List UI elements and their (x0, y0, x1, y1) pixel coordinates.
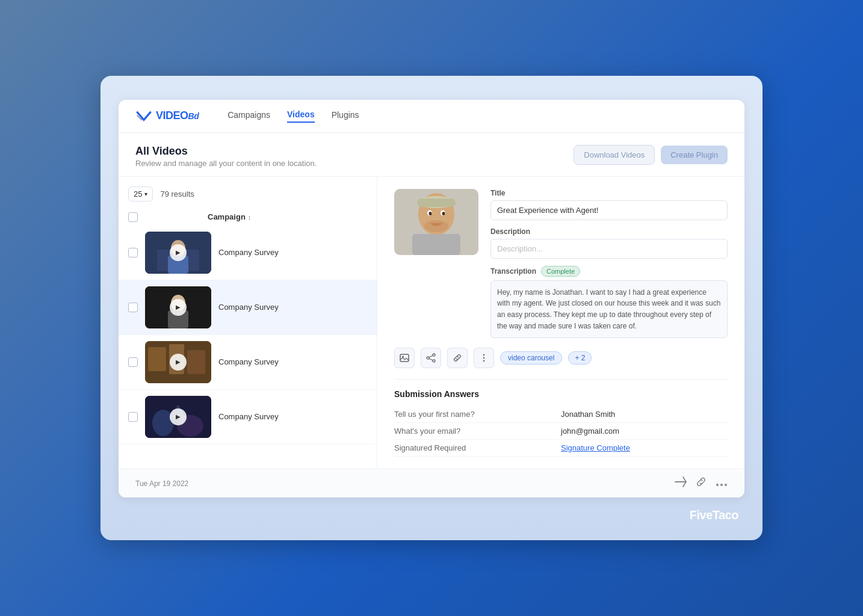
image-icon-btn[interactable] (394, 348, 415, 368)
svg-rect-18 (417, 199, 456, 207)
svg-point-32 (483, 354, 485, 356)
page-header: All Videos Review and manage all your co… (119, 133, 744, 177)
svg-rect-10 (187, 350, 205, 374)
svg-point-29 (433, 360, 435, 362)
svg-point-28 (427, 357, 429, 359)
page-title-block: All Videos Review and manage all your co… (135, 145, 317, 168)
svg-rect-8 (148, 347, 166, 371)
create-plugin-button[interactable]: Create Plugin (661, 146, 728, 164)
video-thumbnail-3: ▶ (145, 341, 211, 383)
play-button-3[interactable]: ▶ (170, 354, 187, 371)
submission-row: Tell us your first name? Jonathan Smith (394, 406, 728, 423)
svg-rect-25 (400, 354, 409, 362)
nav-bar: VIDEOBd Campaigns Videos Plugins (119, 100, 744, 133)
more-tags[interactable]: + 2 (568, 351, 592, 365)
share-bottom-icon[interactable] (675, 476, 687, 490)
video-item[interactable]: ▶ Company Survey (119, 390, 377, 445)
detail-top: Title Description Transcription Complete… (394, 189, 728, 338)
svg-point-37 (725, 484, 727, 486)
svg-point-33 (483, 357, 485, 359)
logo: VIDEOBd (135, 109, 199, 122)
video-thumbnail-2: ▶ (145, 286, 211, 328)
description-input[interactable] (490, 239, 728, 259)
date-text: Tue Apr 19 2022 (135, 479, 188, 488)
submission-title: Submission Answers (394, 389, 728, 399)
video-checkbox-1[interactable] (128, 248, 138, 257)
submission-answer-0: Jonathan Smith (561, 410, 728, 419)
video-item[interactable]: ▶ Company Survey (119, 280, 377, 335)
play-button-2[interactable]: ▶ (170, 299, 187, 316)
more-bottom-icon[interactable] (716, 478, 728, 490)
description-label: Description (490, 227, 728, 236)
nav-links: Campaigns Videos Plugins (227, 109, 359, 123)
submission-answer-1: john@gmail.com (561, 427, 728, 436)
video-label-1: Company Survey (218, 248, 279, 257)
campaign-column-header[interactable]: Campaign ↕ (208, 212, 251, 221)
list-header-row: Campaign ↕ (119, 209, 377, 226)
submission-question-2: Signatured Required (394, 443, 561, 452)
svg-rect-23 (412, 234, 460, 255)
svg-line-31 (429, 359, 433, 360)
svg-point-27 (433, 354, 435, 356)
page-title: All Videos (135, 145, 317, 158)
video-preview (394, 189, 478, 255)
bottom-actions (675, 476, 728, 490)
play-button-1[interactable]: ▶ (170, 244, 187, 261)
svg-line-30 (429, 356, 433, 357)
main-content: 25 ▾ 79 results Campaign ↕ (119, 177, 744, 469)
page-subtitle: Review and manage all your content in on… (135, 159, 317, 168)
submission-question-1: What's your email? (394, 427, 561, 436)
video-label-2: Company Survey (218, 303, 279, 312)
svg-point-24 (424, 220, 448, 232)
video-thumbnail-4: ▶ (145, 396, 211, 438)
svg-point-21 (429, 212, 432, 215)
action-icons-row: video carousel + 2 (394, 348, 728, 368)
video-thumbnail-1: ▶ (145, 232, 211, 274)
svg-point-35 (716, 484, 719, 486)
video-item[interactable]: ▶ Company Survey (119, 335, 377, 390)
nav-plugins[interactable]: Plugins (332, 110, 359, 122)
results-count: 79 results (160, 189, 194, 199)
video-checkbox-2[interactable] (128, 303, 138, 312)
video-carousel-tag[interactable]: video carousel (500, 351, 562, 365)
select-all-checkbox[interactable] (128, 212, 138, 222)
link-bottom-icon[interactable] (695, 476, 707, 490)
video-item[interactable]: ▶ Company Survey (119, 226, 377, 280)
play-button-4[interactable]: ▶ (170, 408, 187, 425)
logo-text: VIDEOBd (156, 109, 199, 122)
video-checkbox-4[interactable] (128, 412, 138, 422)
submission-row: Signatured Required Signature Complete (394, 440, 728, 457)
title-input[interactable] (490, 200, 728, 220)
list-controls: 25 ▾ 79 results (119, 186, 377, 209)
title-label: Title (490, 189, 728, 197)
form-side: Title Description Transcription Complete… (490, 189, 728, 338)
bottom-bar: Tue Apr 19 2022 (119, 469, 744, 497)
video-label-4: Company Survey (218, 412, 279, 421)
per-page-select[interactable]: 25 ▾ (128, 186, 153, 202)
video-checkbox-3[interactable] (128, 357, 138, 367)
svg-point-36 (720, 484, 723, 486)
submission-answer-2[interactable]: Signature Complete (561, 443, 728, 452)
chevron-down-icon: ▾ (144, 191, 147, 197)
detail-panel: Title Description Transcription Complete… (377, 177, 744, 469)
svg-point-26 (402, 356, 404, 358)
nav-videos[interactable]: Videos (287, 109, 315, 123)
submission-row: What's your email? john@gmail.com (394, 423, 728, 440)
svg-point-34 (483, 360, 485, 362)
fivetaco-brand: FiveTaco (119, 497, 744, 522)
video-label-3: Company Survey (218, 357, 279, 366)
submission-section: Submission Answers Tell us your first na… (394, 379, 728, 457)
submission-question-0: Tell us your first name? (394, 410, 561, 419)
transcription-label-row: Transcription Complete (490, 266, 728, 277)
nav-campaigns[interactable]: Campaigns (227, 110, 270, 122)
transcription-badge: Complete (541, 266, 580, 277)
share-icon-btn[interactable] (421, 348, 441, 368)
svg-point-22 (442, 212, 445, 215)
more-icon-btn[interactable] (474, 348, 494, 368)
sort-icon: ↕ (248, 214, 252, 221)
download-videos-button[interactable]: Download Videos (574, 145, 655, 165)
video-list-panel: 25 ▾ 79 results Campaign ↕ (119, 177, 377, 469)
transcription-text: Hey, my name is Jonathan. I want to say … (490, 280, 728, 338)
link-icon-btn[interactable] (447, 348, 468, 368)
header-actions: Download Videos Create Plugin (574, 145, 728, 165)
